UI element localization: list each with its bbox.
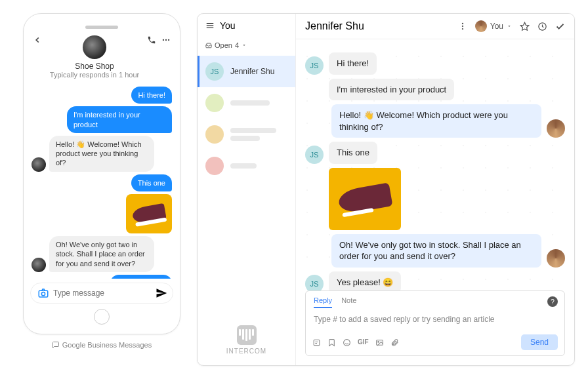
conversation-item[interactable] [198, 150, 295, 182]
conversation-header: Jennifer Shu You [296, 14, 574, 39]
message-bubble: Yes please! 😄 [110, 275, 172, 279]
composer-input[interactable]: Type # to add a saved reply or try sendi… [306, 308, 564, 330]
message-bubble: Hello! 👋 Welcome! Which product were you… [331, 104, 541, 138]
message-bubble: This one [131, 174, 172, 191]
inbox-filter[interactable]: Open 4 [198, 37, 295, 56]
customer-avatar [205, 94, 224, 112]
call-icon[interactable] [147, 35, 156, 45]
conversation-item[interactable]: JS Jennifer Shu [198, 56, 295, 87]
image-icon[interactable] [375, 338, 384, 347]
response-time: Typically responds in 1 hour [42, 71, 147, 79]
message-bubble: Oh! We've only got two in stock. Shall I… [331, 234, 541, 268]
placeholder [230, 136, 260, 141]
more-icon[interactable] [161, 35, 171, 45]
svg-point-4 [41, 292, 45, 296]
sidebar-header: You [198, 14, 295, 37]
sidebar: You Open 4 JS Jennifer Shu [198, 14, 296, 365]
chevron-down-icon [507, 24, 512, 29]
message-bubble: I'm interested in your product [329, 79, 454, 101]
placeholder [230, 163, 257, 169]
conversation-item[interactable] [198, 87, 295, 119]
agent-avatar [32, 258, 46, 272]
svg-marker-11 [520, 22, 529, 30]
snooze-icon[interactable] [537, 22, 547, 31]
message-bubble: This one [329, 142, 377, 164]
svg-point-16 [344, 339, 350, 346]
message-bubble: Hello! 👋 Welcome! Which product were you… [49, 136, 154, 172]
camera-icon[interactable] [37, 287, 49, 299]
menu-icon[interactable] [205, 21, 215, 30]
message-image [329, 168, 401, 230]
svg-point-2 [168, 39, 169, 41]
home-button[interactable] [94, 309, 110, 325]
back-icon[interactable] [33, 35, 42, 45]
conversation-item[interactable] [198, 119, 295, 150]
message-bubble: Hi there! [329, 52, 377, 75]
intercom-brand: INTERCOM [198, 315, 295, 365]
svg-rect-13 [314, 340, 320, 346]
customer-avatar: JS [305, 56, 324, 75]
phone-frame: Shoe Shop Typically responds in 1 hour H… [23, 13, 180, 334]
svg-point-1 [165, 39, 167, 41]
agent-avatar [547, 119, 565, 138]
reply-tab[interactable]: Reply [314, 296, 332, 308]
emoji-icon[interactable] [343, 338, 351, 347]
svg-point-0 [163, 39, 164, 41]
assignee-selector[interactable]: You [475, 20, 512, 32]
customer-avatar: JS [305, 275, 324, 290]
intercom-logo-icon [237, 325, 257, 345]
agent-avatar [547, 249, 565, 268]
message-image [126, 194, 172, 233]
phone-caption: Google Business Messages [52, 341, 152, 349]
more-vertical-icon[interactable] [458, 22, 467, 31]
shop-avatar [83, 35, 106, 59]
reply-composer: ? Reply Note Type # to add a saved reply… [305, 290, 565, 356]
svg-point-10 [462, 28, 463, 30]
message-thread: JS Hi there! I'm interested in your prod… [296, 39, 574, 290]
svg-point-9 [462, 26, 463, 27]
customer-avatar: JS [305, 146, 324, 164]
message-bubble: Oh! We've only got two in stock. Shall I… [49, 236, 154, 272]
message-bubble: Yes please! 😄 [329, 271, 401, 290]
svg-point-8 [462, 23, 463, 24]
note-tab[interactable]: Note [341, 296, 356, 308]
chevron-down-icon [242, 43, 247, 48]
agent-avatar [475, 20, 487, 32]
help-icon[interactable]: ? [547, 296, 558, 307]
message-input[interactable] [53, 289, 152, 298]
placeholder [230, 100, 270, 106]
customer-avatar [205, 125, 224, 144]
phone-message-list: Hi there! I'm interested in your product… [30, 79, 173, 279]
sidebar-title: You [220, 20, 236, 31]
gif-icon[interactable]: GIF [358, 338, 369, 347]
message-bubble: Hi there! [131, 87, 172, 104]
intercom-panel: You Open 4 JS Jennifer Shu [197, 13, 575, 366]
bookmark-icon[interactable] [327, 338, 336, 347]
placeholder [230, 128, 276, 133]
send-button[interactable]: Send [521, 334, 558, 350]
customer-name: Jennifer Shu [230, 67, 274, 76]
customer-avatar: JS [205, 62, 224, 81]
customer-avatar [205, 157, 224, 175]
conversation-title: Jennifer Shu [305, 20, 364, 32]
saved-reply-icon[interactable] [312, 338, 321, 347]
message-bubble: I'm interested in your product [67, 106, 172, 133]
phone-composer [30, 283, 173, 304]
attachment-icon[interactable] [390, 338, 399, 347]
close-conversation-icon[interactable] [555, 22, 565, 31]
svg-point-20 [377, 341, 379, 342]
phone-mockup: Shoe Shop Typically responds in 1 hour H… [20, 13, 184, 366]
conversation-main: Jennifer Shu You JS Hi there! I'm inter [296, 14, 574, 365]
send-icon[interactable] [156, 287, 167, 299]
phone-speaker [85, 26, 118, 29]
shop-name: Shoe Shop [42, 62, 147, 71]
star-icon[interactable] [520, 22, 530, 31]
agent-avatar [32, 157, 46, 172]
svg-rect-3 [39, 290, 48, 297]
phone-header: Shoe Shop Typically responds in 1 hour [30, 35, 173, 79]
